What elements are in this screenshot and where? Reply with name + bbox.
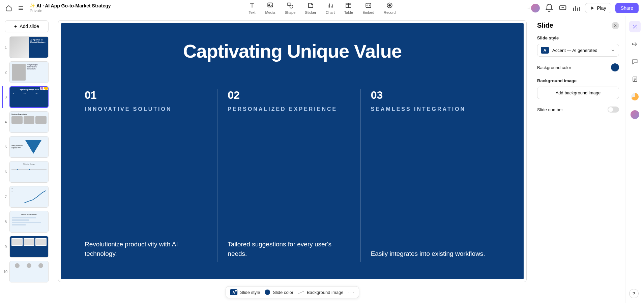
slide-style-section-label: Slide style — [537, 35, 619, 40]
sparkle-icon: ✨ — [30, 3, 35, 8]
color-swatch-icon — [265, 290, 270, 295]
add-slide-button[interactable]: + Add slide — [5, 20, 49, 32]
tool-sticker-label: Sticker — [305, 10, 316, 14]
chevron-down-icon — [611, 48, 615, 53]
svg-rect-13 — [560, 6, 566, 10]
tool-embed[interactable]: Embed — [362, 2, 374, 14]
slide-color-label: Slide color — [273, 290, 293, 295]
tool-chart-label: Chart — [326, 10, 335, 14]
doc-title[interactable]: ✨ AI · AI App Go-to-Market Strategy — [30, 3, 111, 8]
tool-shape-label: Shape — [285, 10, 296, 14]
tool-text[interactable]: Text — [248, 2, 256, 14]
bg-image-label: Background image — [537, 78, 619, 83]
user-avatar[interactable] — [629, 109, 641, 120]
right-rail — [625, 16, 644, 303]
slide-column-1[interactable]: 01 INNOVATIVE SOLUTION Revolutionize pro… — [81, 89, 217, 262]
thumb-num: 4 — [3, 120, 7, 124]
slide-thumb-2[interactable]: Analyze targetaudience andcompetitors — [9, 61, 49, 83]
topbar: ✨ AI · AI App Go-to-Market Strategy Priv… — [0, 0, 644, 16]
doc-privacy[interactable]: Private — [30, 8, 111, 13]
slide-color-button[interactable]: Slide color — [265, 290, 293, 295]
thumb-num: 2 — [3, 70, 7, 74]
plus-icon: + — [14, 24, 17, 29]
add-background-image-button[interactable]: Add background image — [537, 87, 619, 99]
close-icon[interactable]: ✕ — [612, 22, 619, 29]
slide-column-2[interactable]: 02 PERSONALIZED EXPERIENCE Tailored sugg… — [217, 89, 360, 262]
slide-thumb-7[interactable]: ··············· — [9, 186, 49, 208]
style-chip-icon: A — [541, 47, 549, 54]
thumb-num: 5 — [3, 145, 7, 149]
slide-title[interactable]: Captivating Unique Value — [81, 40, 503, 62]
slide-style-select[interactable]: A Accent — AI generated — [537, 44, 619, 57]
thumb-num: 7 — [3, 195, 7, 199]
doc-info: ✨ AI · AI App Go-to-Market Strategy Priv… — [30, 3, 111, 13]
home-icon[interactable] — [5, 5, 12, 11]
tool-media-label: Media — [265, 10, 275, 14]
slide-thumb-8[interactable]: Success Steps breakdown — [9, 211, 49, 233]
tool-table[interactable]: Table — [344, 2, 353, 14]
play-label: Play — [597, 5, 606, 11]
style-value: Accent — AI generated — [552, 48, 607, 53]
slide-thumb-4[interactable]: Customer Segmentation — [9, 111, 49, 133]
notes-icon[interactable] — [629, 73, 641, 85]
col-heading: SEAMLESS INTEGRATION — [371, 106, 493, 112]
canvas-area: Captivating Unique Value 01 INNOVATIVE S… — [54, 16, 531, 303]
tool-sticker[interactable]: Sticker — [305, 2, 316, 14]
tool-shape[interactable]: Shape — [285, 2, 296, 14]
ai-tools-icon[interactable] — [629, 21, 641, 32]
slide-thumb-5[interactable]: Select channels toreach the targetaudien… — [9, 136, 49, 158]
credits-icon[interactable] — [629, 91, 641, 102]
slide-number-toggle[interactable] — [608, 107, 619, 113]
slide-bottom-toolbar: A Slide style Slide color Background ima… — [226, 286, 359, 298]
slide-column-3[interactable]: 03 SEAMLESS INTEGRATION Easily integrate… — [360, 89, 503, 262]
transitions-icon[interactable] — [629, 38, 641, 50]
doc-title-text: AI · AI App Go-to-Market Strategy — [36, 3, 111, 8]
thumb-num: 9 — [3, 245, 7, 249]
thumb-num: 3 — [3, 95, 7, 99]
background-image-button[interactable]: Background image — [298, 290, 343, 295]
hamburger-icon[interactable] — [18, 5, 24, 11]
notifications-icon[interactable] — [545, 3, 554, 13]
more-options-button[interactable]: ··· — [348, 289, 355, 295]
thumb-num: 6 — [3, 170, 7, 174]
tool-media[interactable]: Media — [265, 2, 275, 14]
col-number: 03 — [371, 89, 493, 101]
analytics-icon[interactable] — [572, 3, 581, 13]
slide-thumb-10[interactable] — [9, 261, 49, 282]
tool-chart[interactable]: Chart — [326, 2, 335, 14]
tool-record[interactable]: Record — [384, 2, 396, 14]
tool-record-label: Record — [384, 10, 396, 14]
badge-icon — [43, 86, 49, 90]
slide-style-label: Slide style — [240, 290, 260, 295]
slide-number-label: Slide number — [537, 107, 563, 112]
bg-color-swatch[interactable] — [611, 63, 619, 71]
slide-thumb-1[interactable]: AI App Go-to-Market Strategy — [9, 36, 49, 58]
tool-table-label: Table — [344, 10, 353, 14]
slide-thumb-6[interactable]: Marketing Strategy — [9, 161, 49, 183]
col-heading: INNOVATIVE SOLUTION — [85, 106, 207, 112]
slide-style-button[interactable]: A Slide style — [230, 289, 260, 295]
present-settings-icon[interactable] — [558, 3, 567, 13]
col-body: Easily integrates into existing workflow… — [371, 249, 493, 262]
background-image-label: Background image — [307, 290, 343, 295]
tool-text-label: Text — [248, 10, 255, 14]
line-icon — [298, 291, 304, 294]
slide-thumb-3[interactable]: Captivating Unique Value010203 — [9, 86, 49, 108]
bg-color-label: Background color — [537, 65, 571, 70]
slide-canvas[interactable]: Captivating Unique Value 01 INNOVATIVE S… — [61, 23, 524, 279]
panel-title: Slide — [537, 22, 553, 29]
slide-thumb-9[interactable] — [9, 236, 49, 257]
col-body: Tailored suggestions for every user's ne… — [228, 240, 350, 262]
thumb-num: 10 — [3, 270, 7, 274]
slide-properties-panel: Slide ✕ Slide style A Accent — AI genera… — [531, 16, 625, 303]
col-number: 01 — [85, 89, 207, 101]
help-button[interactable]: ? — [629, 289, 639, 298]
play-button[interactable]: Play — [585, 3, 611, 13]
svg-point-6 — [290, 5, 293, 8]
slide-sidebar: + Add slide 1 AI App Go-to-Market Strate… — [0, 16, 54, 303]
insert-toolbar: Text Media Shape Sticker Chart Table Emb… — [248, 2, 396, 14]
comments-icon[interactable] — [629, 56, 641, 67]
share-button[interactable]: Share — [615, 3, 639, 13]
add-collaborator-button[interactable]: + — [527, 3, 540, 13]
svg-point-12 — [389, 4, 391, 6]
